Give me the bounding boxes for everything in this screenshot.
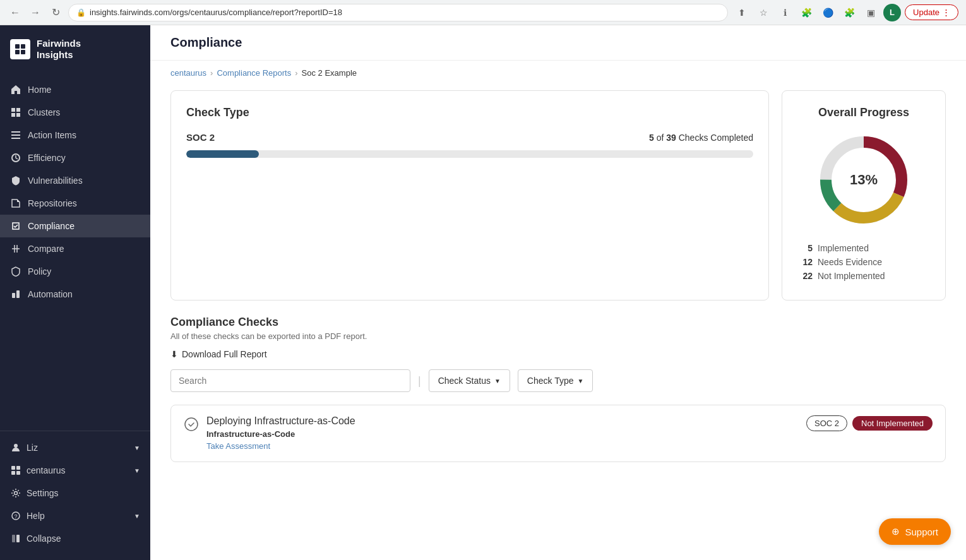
compliance-checks-section: Compliance Checks All of these checks ca…	[170, 316, 946, 462]
sidebar-item-home[interactable]: Home	[0, 78, 150, 101]
update-button[interactable]: Update ⋮	[905, 4, 958, 20]
profile-circle-icon[interactable]: 🔵	[819, 4, 837, 21]
svg-rect-7	[16, 113, 20, 117]
search-input[interactable]	[170, 369, 410, 392]
svg-point-14	[14, 444, 18, 448]
browser-toolbar: ⬆ ☆ ℹ 🧩 🔵 🧩 ▣ L Update ⋮	[733, 4, 958, 21]
sidebar-toggle-icon[interactable]: ▣	[862, 4, 880, 21]
settings-label: Settings	[27, 488, 59, 498]
forward-button[interactable]: →	[28, 5, 43, 20]
check-count: 5 of 39 Checks Completed	[649, 133, 753, 143]
sidebar-user-liz[interactable]: Liz ▼	[0, 436, 150, 459]
sidebar-settings[interactable]: Settings	[0, 482, 150, 504]
reload-button[interactable]: ↻	[48, 5, 63, 20]
sidebar-item-label: Repositories	[28, 198, 77, 208]
sidebar-collapse[interactable]: Collapse	[0, 527, 150, 550]
search-input-wrapper	[170, 369, 410, 392]
svg-rect-8	[11, 131, 20, 133]
svg-rect-22	[12, 535, 15, 542]
checks-completed: 5	[649, 133, 654, 143]
sidebar-logo: Fairwinds Insights	[0, 25, 150, 73]
share-icon[interactable]: ⬆	[733, 4, 751, 21]
sidebar-item-label: Automation	[28, 289, 73, 299]
sidebar-item-compare[interactable]: Compare	[0, 237, 150, 260]
check-type-label: Check Type	[527, 376, 574, 386]
help-label: Help	[27, 511, 45, 521]
collapse-icon	[10, 533, 21, 544]
collapse-label: Collapse	[27, 533, 61, 544]
info-icon[interactable]: ℹ	[776, 4, 794, 21]
sidebar-item-label: Compare	[28, 244, 64, 254]
extension-icon[interactable]: 🧩	[797, 4, 815, 21]
compliance-checks-title: Compliance Checks	[170, 316, 946, 329]
user-profile-button[interactable]: L	[883, 4, 901, 21]
sidebar-item-label: Efficiency	[28, 153, 66, 163]
svg-rect-1	[21, 44, 25, 49]
badge-soc2: SOC 2	[806, 415, 847, 431]
cards-row: Check Type SOC 2 5 of 39 Checks Complete…	[170, 90, 946, 301]
take-assessment-link[interactable]: Take Assessment	[206, 441, 270, 451]
org-name: centaurus	[27, 465, 65, 475]
legend-not-implemented: 22 Not Implemented	[797, 271, 930, 281]
breadcrumb: centaurus › Compliance Reports › Soc 2 E…	[150, 61, 966, 78]
legend-needs-evidence: 12 Needs Evidence	[797, 257, 930, 267]
sidebar-item-clusters[interactable]: Clusters	[0, 101, 150, 124]
sidebar-item-repositories[interactable]: Repositories	[0, 192, 150, 215]
progress-legend: 5 Implemented 12 Needs Evidence 22 Not I…	[797, 243, 930, 285]
download-icon: ⬇	[170, 349, 178, 359]
sidebar-item-automation[interactable]: Automation	[0, 283, 150, 306]
check-item-title: Deploying Infrastructure-as-Code	[206, 415, 799, 427]
menu-dots-icon: ⋮	[942, 8, 950, 17]
back-button[interactable]: ←	[8, 5, 23, 20]
overall-title: Overall Progress	[818, 106, 909, 119]
sidebar-item-compliance[interactable]: Compliance	[0, 215, 150, 237]
check-name: SOC 2	[186, 132, 215, 143]
not-implemented-count: 22	[797, 271, 813, 281]
svg-rect-3	[21, 50, 25, 54]
sidebar-item-policy[interactable]: Policy	[0, 260, 150, 283]
home-icon	[10, 84, 21, 95]
breadcrumb-org[interactable]: centaurus	[170, 68, 206, 78]
svg-point-19	[15, 492, 18, 495]
shield-icon	[10, 175, 21, 186]
breadcrumb-sep1: ›	[210, 68, 213, 78]
legend-implemented: 5 Implemented	[797, 243, 930, 253]
badge-not-implemented: Not Implemented	[852, 416, 933, 431]
puzzle-icon[interactable]: 🧩	[840, 4, 858, 21]
bookmark-icon[interactable]: ☆	[754, 4, 772, 21]
sidebar-item-vulnerabilities[interactable]: Vulnerabilities	[0, 169, 150, 192]
sidebar-help[interactable]: ? Help ▼	[0, 504, 150, 527]
check-item-badges: SOC 2 Not Implemented	[806, 415, 933, 431]
not-implemented-label: Not Implemented	[818, 271, 885, 281]
sidebar-user-centaurus[interactable]: centaurus ▼	[0, 459, 150, 482]
sidebar-item-action-items[interactable]: Action Items	[0, 124, 150, 146]
svg-rect-5	[16, 108, 20, 112]
svg-text:?: ?	[14, 513, 17, 520]
logo-icon	[10, 39, 30, 59]
check-status-filter[interactable]: Check Status ▼	[429, 369, 510, 392]
download-full-report-link[interactable]: ⬇ Download Full Report	[170, 349, 267, 359]
filters-row: | Check Status ▼ Check Type ▼	[170, 369, 946, 392]
compliance-icon	[10, 220, 21, 232]
logo-text: Fairwinds Insights	[37, 38, 81, 61]
sidebar-item-label: Clusters	[28, 107, 60, 117]
check-circle-icon	[184, 417, 199, 432]
check-type-filter[interactable]: Check Type ▼	[518, 369, 593, 392]
url-text: insights.fairwinds.com/orgs/centaurus/co…	[90, 8, 342, 17]
check-item-header: Deploying Infrastructure-as-Code Infrast…	[184, 415, 933, 451]
sidebar-item-label: Vulnerabilities	[28, 176, 83, 186]
breadcrumb-section[interactable]: Compliance Reports	[217, 68, 291, 78]
help-icon: ?	[10, 510, 21, 521]
svg-rect-15	[11, 466, 15, 470]
overall-progress-card: Overall Progress	[782, 90, 946, 301]
check-status-arrow-icon: ▼	[494, 378, 501, 384]
sidebar-item-label: Home	[28, 85, 51, 95]
sidebar-item-efficiency[interactable]: Efficiency	[0, 146, 150, 169]
address-bar[interactable]: 🔒 insights.fairwinds.com/orgs/centaurus/…	[68, 4, 728, 21]
page-title: Compliance	[170, 35, 946, 50]
filter-divider: |	[418, 374, 421, 388]
svg-point-28	[185, 418, 198, 431]
page-header: Compliance	[150, 25, 966, 61]
support-button[interactable]: ⊕ Support	[879, 518, 951, 545]
svg-rect-10	[11, 138, 20, 139]
